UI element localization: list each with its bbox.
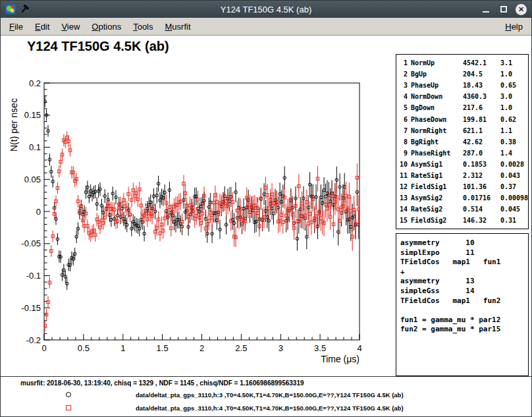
svg-text:Time (μs): Time (μs)	[321, 354, 359, 364]
param-idx: 5	[400, 104, 411, 111]
window-title: Y124 TF150G 4.5K (ab)	[1, 5, 531, 14]
param-name: BgDown	[411, 104, 463, 111]
fit-stats: musrfit: 2018-06-30, 13:19:40, chisq = 1…	[20, 379, 304, 387]
param-name: AsymSig1	[411, 161, 463, 168]
svg-text:3: 3	[279, 343, 283, 353]
svg-text:0.5: 0.5	[78, 343, 90, 353]
param-val: 287.0	[463, 150, 500, 157]
parameter-row: 2BgUp204.51.0	[400, 69, 528, 80]
parameter-row: 3PhaseUp18.430.65	[400, 80, 528, 91]
close-icon: ✕	[518, 6, 524, 13]
maximize-icon	[500, 6, 507, 13]
param-val: 199.81	[463, 116, 500, 123]
minimize-icon	[483, 11, 489, 13]
svg-text:4: 4	[357, 343, 361, 353]
param-name: BgRight	[411, 138, 463, 146]
param-val: 621.1	[463, 127, 500, 134]
svg-text:2.5: 2.5	[235, 343, 247, 353]
close-button[interactable]: ✕	[516, 4, 527, 15]
param-val: 18.43	[463, 82, 500, 89]
series-square	[43, 131, 360, 331]
param-err: 0.045	[500, 206, 528, 213]
app-icon	[5, 4, 16, 14]
param-idx: 11	[400, 172, 411, 179]
param-idx: 2	[400, 70, 411, 78]
param-idx: 14	[400, 206, 411, 213]
menubar: FileEditViewOptionsToolsMusrfitHelp	[1, 18, 531, 36]
parameter-row: 7NormRight621.11.1	[400, 125, 528, 136]
parameter-row: 4NormDown4360.33.0	[400, 91, 528, 102]
parameter-row: 13AsymSig20.017160.00098	[400, 192, 528, 204]
param-err: 1.4	[500, 150, 528, 157]
param-err: 0.65	[500, 82, 528, 89]
svg-text:-0.2: -0.2	[26, 335, 41, 345]
param-name: AsymSig2	[411, 194, 463, 202]
parameter-row: 14RateSig20.5140.045	[400, 204, 528, 215]
param-err: 1.1	[500, 127, 528, 134]
param-err: 3.1	[500, 59, 528, 67]
menu-item-view[interactable]: View	[55, 19, 86, 34]
param-val: 101.36	[463, 183, 500, 190]
parameter-row: 1NormUp4542.13.1	[400, 57, 528, 69]
param-idx: 6	[400, 116, 411, 123]
footer-separator	[1, 376, 532, 377]
parameter-row: 12FieldSig1101.360.37	[400, 181, 528, 192]
param-val: 0.514	[463, 206, 500, 213]
menu-item-help[interactable]: Help	[499, 19, 529, 34]
svg-text:0.2: 0.2	[29, 78, 41, 88]
param-err: 0.38	[500, 138, 528, 146]
param-name: NormRight	[411, 127, 463, 134]
param-name: BgUp	[411, 70, 463, 78]
param-err: 0.37	[500, 183, 528, 190]
menu-item-file[interactable]: File	[3, 19, 29, 34]
param-val: 0.1853	[463, 161, 500, 168]
param-err: 0.043	[500, 172, 528, 179]
legend-label: data/deltat_pta_gps_3110,h:3 ,T0=4.50K,T…	[136, 391, 404, 399]
square-marker-icon	[66, 405, 71, 410]
svg-text:2: 2	[200, 343, 204, 353]
hammer-icon	[19, 4, 30, 14]
param-idx: 13	[400, 194, 411, 202]
svg-text:0: 0	[41, 343, 46, 353]
parameter-row: 6PhaseDown199.810.62	[400, 113, 528, 125]
param-val: 146.32	[463, 217, 500, 224]
circle-marker-icon	[66, 392, 71, 397]
parameter-row: 9PhaseRight287.01.4	[400, 148, 528, 159]
parameter-row: 8BgRight42.620.38	[400, 136, 528, 148]
param-val: 4360.3	[463, 93, 500, 100]
canvas: Y124 TF150G 4.5K (ab) 00.511.522.533.54-…	[1, 36, 531, 416]
theory-block: asymmetry 10 simplExpo 11 TFieldCos map1…	[396, 233, 529, 376]
svg-text:3.5: 3.5	[314, 343, 326, 353]
plot-area[interactable]: 00.511.522.533.54-0.2-0.15-0.1-0.0500.05…	[6, 75, 376, 372]
svg-text:0: 0	[36, 207, 41, 217]
menu-item-tools[interactable]: Tools	[127, 19, 159, 34]
svg-text:-0.15: -0.15	[21, 303, 41, 313]
menu-item-musrfit[interactable]: Musrfit	[159, 19, 197, 34]
param-idx: 12	[400, 183, 411, 190]
titlebar[interactable]: Y124 TF150G 4.5K (ab) ✕	[1, 1, 531, 18]
parameter-row: 10AsymSig10.18530.0028	[400, 159, 528, 170]
param-idx: 15	[400, 217, 411, 224]
param-name: PhaseUp	[411, 82, 463, 89]
maximize-button[interactable]	[498, 3, 510, 15]
param-err: 0.62	[500, 116, 528, 123]
param-val: 4542.1	[463, 59, 500, 67]
param-name: RateSig1	[411, 172, 463, 179]
param-idx: 1	[400, 59, 411, 67]
param-idx: 8	[400, 138, 411, 146]
param-name: PhaseDown	[411, 116, 463, 123]
svg-text:N(t) per nsec: N(t) per nsec	[9, 98, 19, 152]
param-idx: 4	[400, 93, 411, 100]
menu-item-options[interactable]: Options	[86, 19, 127, 34]
svg-text:0.1: 0.1	[29, 142, 41, 152]
menu-item-edit[interactable]: Edit	[29, 19, 55, 34]
param-name: FieldSig2	[411, 217, 463, 224]
parameter-row: 11RateSig12.3120.043	[400, 170, 528, 181]
minimize-button[interactable]	[480, 3, 492, 15]
param-err: 3.0	[500, 93, 528, 100]
legend-row: data/deltat_pta_gps_3110,h:3 ,T0=4.50K,T…	[1, 391, 531, 400]
svg-text:-0.05: -0.05	[21, 238, 41, 248]
param-name: FieldSig1	[411, 183, 463, 190]
legend-row: data/deltat_pta_gps_3110,h:4 ,T0=4.50K,T…	[1, 404, 531, 413]
svg-text:1.5: 1.5	[157, 343, 169, 353]
